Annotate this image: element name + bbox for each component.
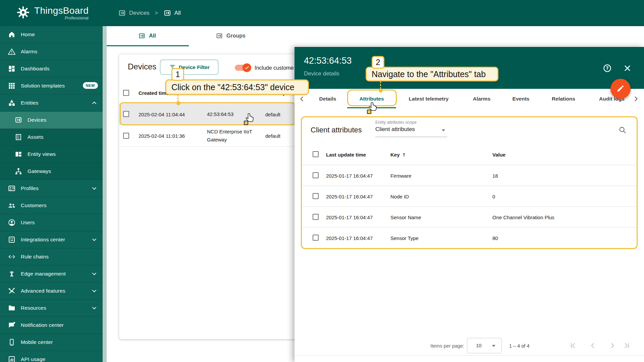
- column-last-update-time[interactable]: Last update time: [326, 152, 366, 158]
- sidebar-item-dashboards[interactable]: Dashboards: [0, 60, 103, 77]
- active-tab-indicator: [105, 45, 189, 46]
- sidebar-item-mobile-center[interactable]: Mobile center: [0, 334, 103, 351]
- row-checkbox[interactable]: [313, 193, 319, 199]
- attribute-row-firmware[interactable]: 2025-01-17 16:04:47Firmware18: [302, 165, 637, 186]
- gateways-icon: [14, 167, 22, 175]
- entities-icon: [8, 99, 16, 107]
- tabs-scroll-right-icon[interactable]: [632, 95, 640, 103]
- next-page-icon[interactable]: [608, 341, 617, 350]
- tab-label: Groups: [226, 33, 246, 39]
- chevron-down-icon: [91, 304, 98, 312]
- select-all-checkbox[interactable]: [313, 151, 319, 157]
- tabs-scroll-left-icon[interactable]: [298, 95, 306, 103]
- sidebar-scrollbar[interactable]: [103, 26, 107, 362]
- users-icon: [8, 219, 16, 227]
- previous-page-icon[interactable]: [588, 341, 597, 350]
- sidebar-item-devices[interactable]: Devices: [0, 112, 103, 129]
- attribute-row-sensor-name[interactable]: 2025-01-17 16:04:47Sensor NameOne Channe…: [302, 207, 637, 228]
- panel-tab-latest-telemetry[interactable]: Latest telemetry: [409, 96, 449, 102]
- first-page-icon[interactable]: [569, 341, 577, 350]
- breadcrumb-label: Devices: [129, 10, 149, 16]
- devices-icon: [216, 32, 223, 40]
- thingsboard-logo[interactable]: ThingsBoard Professional: [15, 5, 89, 21]
- section-title: Client attributes: [311, 126, 362, 134]
- include-customer-toggle[interactable]: [235, 65, 250, 71]
- panel-tab-events[interactable]: Events: [513, 96, 530, 102]
- breadcrumb: Devices>All: [118, 0, 181, 26]
- chevron-up-icon: [91, 99, 98, 107]
- customers-icon: [8, 201, 16, 209]
- help-icon[interactable]: ?: [603, 64, 612, 73]
- breadcrumb-item-devices[interactable]: Devices: [118, 9, 149, 17]
- select-all-checkbox[interactable]: [123, 90, 129, 96]
- integrations-icon: [8, 236, 16, 244]
- attributes-table-body: 2025-01-17 16:04:47Firmware182025-01-17 …: [302, 165, 637, 248]
- cell-created-time: 2025-02-04 11:01:36: [139, 133, 185, 139]
- sidebar-item-resources[interactable]: Resources: [0, 300, 103, 317]
- annotation-step-badge: 2: [372, 56, 384, 69]
- cell-last-update-time: 2025-01-17 16:04:47: [326, 193, 373, 199]
- row-checkbox[interactable]: [313, 214, 319, 220]
- row-checkbox[interactable]: [313, 172, 319, 178]
- sidebar-item-advanced-features[interactable]: Advanced features: [0, 283, 103, 300]
- edit-device-fab[interactable]: [610, 79, 631, 99]
- annotation-callout: Navigate to the "Attributes" tab: [366, 67, 498, 81]
- sidebar-item-label: Devices: [28, 117, 47, 123]
- advanced-features-icon: [8, 287, 16, 295]
- sidebar-item-users[interactable]: Users: [0, 214, 103, 231]
- tab-all[interactable]: All: [105, 26, 189, 45]
- sidebar-item-label: API usage: [21, 356, 45, 362]
- sidebar-item-entities[interactable]: Entities: [0, 95, 103, 112]
- sidebar-item-label: Assets: [28, 134, 44, 140]
- close-icon[interactable]: [623, 64, 632, 73]
- sidebar-item-label: Solution templates: [21, 83, 65, 89]
- attribute-row-node-id[interactable]: 2025-01-17 16:04:47Node ID0: [302, 186, 637, 207]
- sidebar-item-rule-chains[interactable]: Rule chains: [0, 248, 103, 265]
- sidebar-item-label: Home: [21, 32, 35, 38]
- sidebar-item-notification-center[interactable]: Notification center: [0, 317, 103, 334]
- last-page-icon[interactable]: [623, 341, 631, 350]
- row-checkbox[interactable]: [123, 133, 129, 139]
- hand-cursor-icon: [245, 113, 254, 125]
- sidebar-item-solution-templates[interactable]: Solution templatesNEW: [0, 77, 103, 95]
- items-per-page-select[interactable]: 10: [467, 338, 502, 353]
- annotation-connector: [380, 81, 381, 89]
- cell-value: 18: [492, 173, 498, 178]
- page-title: Devices: [128, 62, 156, 71]
- cell-last-update-time: 2025-01-17 16:04:47: [326, 214, 373, 220]
- search-icon[interactable]: [618, 125, 627, 134]
- sidebar-item-assets[interactable]: Assets: [0, 129, 103, 146]
- sort-asc-icon: ↑: [402, 152, 406, 158]
- panel-tab-alarms[interactable]: Alarms: [473, 96, 491, 102]
- breadcrumb-item-all[interactable]: All: [163, 9, 181, 17]
- new-badge: NEW: [83, 82, 98, 89]
- breadcrumb-label: All: [174, 10, 181, 16]
- scope-value: Client attributes: [375, 126, 415, 132]
- top-header: ThingsBoard Professional Devices>All 2 J…: [0, 0, 644, 26]
- sidebar-item-api-usage[interactable]: API usage: [0, 351, 103, 362]
- row-checkbox[interactable]: [313, 235, 319, 241]
- tab-groups[interactable]: Groups: [189, 26, 272, 45]
- column-value[interactable]: Value: [492, 152, 505, 158]
- column-key[interactable]: Key↑: [390, 152, 406, 158]
- scope-label: Entity attributes scope: [375, 120, 417, 125]
- logo-gear-icon: [15, 5, 31, 21]
- scope-select[interactable]: Client attributes: [375, 126, 447, 136]
- sidebar-item-alarms[interactable]: Alarms: [0, 43, 103, 60]
- chevron-down-icon: [91, 270, 98, 278]
- sidebar-item-home[interactable]: Home: [0, 26, 103, 43]
- sidebar-item-entity-views[interactable]: Entity views: [0, 146, 103, 163]
- sidebar-item-gateways[interactable]: Gateways: [0, 163, 103, 180]
- hand-cursor-icon: [368, 102, 377, 114]
- sidebar-item-label: Notification center: [21, 322, 64, 328]
- sidebar-item-integrations-center[interactable]: Integrations center: [0, 231, 103, 248]
- thingsboard-app: ThingsBoard Professional Devices>All 2 J…: [0, 0, 644, 362]
- panel-tab-relations[interactable]: Relations: [552, 96, 575, 102]
- attribute-row-sensor-type[interactable]: 2025-01-17 16:04:47Sensor Type80: [302, 228, 637, 248]
- sidebar-item-edge-management[interactable]: Edge management: [0, 265, 103, 283]
- sidebar-item-label: Resources: [21, 305, 46, 311]
- sidebar-item-customers[interactable]: Customers: [0, 197, 103, 214]
- panel-tab-details[interactable]: Details: [319, 96, 336, 102]
- sidebar-item-profiles[interactable]: Profiles: [0, 180, 103, 197]
- device-filter-button[interactable]: Device Filter: [160, 60, 218, 75]
